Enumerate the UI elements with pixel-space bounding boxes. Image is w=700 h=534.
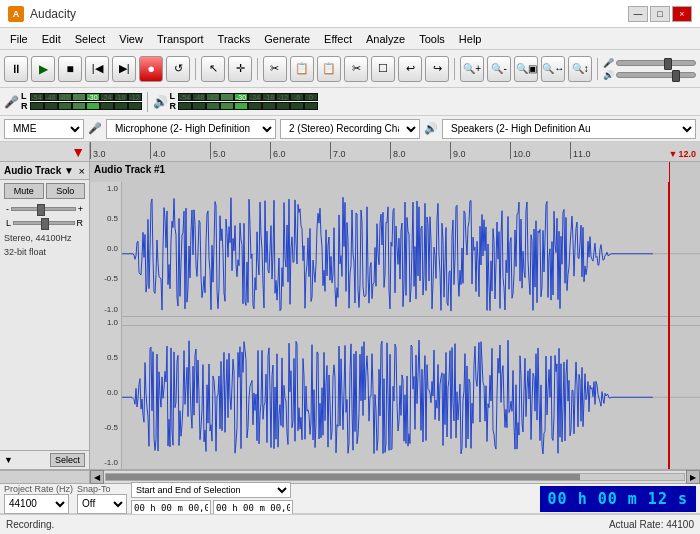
play-button[interactable]: ▶ (31, 56, 55, 82)
toolbar-row1: ⏸ ▶ ■ |◀ ▶| ● ↺ ↖ ✛ ✂ 📋 📋 ✂ ☐ ↩ ↪ 🔍+ 🔍- … (0, 50, 700, 88)
track-panel: Audio Track ▼ × Mute Solo - + L (0, 162, 90, 469)
recording-status: Recording. (6, 519, 54, 530)
minimize-button[interactable]: — (628, 6, 648, 22)
scale-m1.0-bot: -1.0 (104, 458, 118, 467)
stop-button[interactable]: ■ (58, 56, 82, 82)
menu-select[interactable]: Select (69, 31, 112, 47)
ruler-tick-7: 7.0 (330, 142, 390, 159)
scroll-right-button[interactable]: ▶ (686, 470, 700, 484)
output-device-icon: 🔊 (424, 122, 438, 135)
scroll-track[interactable] (105, 473, 685, 481)
track-footer: ▼ Select (0, 450, 89, 469)
menu-generate[interactable]: Generate (258, 31, 316, 47)
input-volume-slider[interactable] (616, 60, 696, 66)
gain-slider[interactable] (11, 207, 76, 211)
pan-l-label: L (6, 218, 11, 228)
output-level-meter: -54 -48 -42 -36 -30 -24 -18 -12 -6 0 (178, 93, 318, 110)
ruler-tick-9: 9.0 (450, 142, 510, 159)
scroll-left-button[interactable]: ◀ (90, 470, 104, 484)
menu-bar: File Edit Select View Transport Tracks G… (0, 28, 700, 50)
track-name[interactable]: Audio Track ▼ (4, 165, 74, 176)
snap-to-select[interactable]: Off (77, 494, 127, 514)
separator1 (195, 58, 196, 80)
h-scrollbar[interactable]: ◀ ▶ (0, 470, 700, 484)
ruler-tick-6: 6.0 (270, 142, 330, 159)
gain-thumb[interactable] (37, 204, 45, 216)
output-volume-slider[interactable] (616, 72, 696, 78)
redo-button[interactable]: ↪ (425, 56, 449, 82)
pause-button[interactable]: ⏸ (4, 56, 28, 82)
maximize-button[interactable]: □ (650, 6, 670, 22)
title-bar: A Audacity — □ × (0, 0, 700, 28)
menu-tracks[interactable]: Tracks (212, 31, 257, 47)
menu-view[interactable]: View (113, 31, 149, 47)
project-rate-select[interactable]: 44100 (4, 494, 69, 514)
collapse-button[interactable]: ▼ (4, 455, 13, 465)
separator4 (597, 58, 598, 80)
waveform-area[interactable]: Audio Track #1 1.0 0.5 0.0 -0.5 -1.0 1.0… (90, 162, 700, 469)
loop-button[interactable]: ↺ (166, 56, 190, 82)
ruler-tick-4: 4.0 (150, 142, 210, 159)
zoom-default-button[interactable]: 🔍↕ (568, 56, 592, 82)
ruler-label-area: ▼ (0, 142, 90, 161)
envelope-tool[interactable]: ✛ (228, 56, 252, 82)
zoom-in-button[interactable]: 🔍+ (460, 56, 484, 82)
mute-solo-row: Mute Solo (0, 180, 89, 202)
select-button[interactable]: Select (50, 453, 85, 467)
gain-minus: - (6, 204, 9, 214)
output-speaker-icon: 🔊 (153, 95, 168, 109)
zoom-out-button[interactable]: 🔍- (487, 56, 511, 82)
menu-help[interactable]: Help (453, 31, 488, 47)
undo-button[interactable]: ↩ (398, 56, 422, 82)
copy-button[interactable]: 📋 (290, 56, 314, 82)
zoom-sel-button[interactable]: 🔍▣ (514, 56, 538, 82)
main-track-area: Audio Track ▼ × Mute Solo - + L (0, 162, 700, 470)
track-close-button[interactable]: × (79, 165, 85, 177)
close-button[interactable]: × (672, 6, 692, 22)
gain-plus: + (78, 204, 83, 214)
menu-file[interactable]: File (4, 31, 34, 47)
waveform-title: Audio Track #1 (94, 164, 165, 175)
mute-button[interactable]: Mute (4, 183, 44, 199)
cut-button[interactable]: ✂ (263, 56, 287, 82)
menu-edit[interactable]: Edit (36, 31, 67, 47)
ruler-tick-10: 10.0 (510, 142, 570, 159)
select-tool[interactable]: ↖ (201, 56, 225, 82)
v-scale-bottom: 1.0 0.5 0.0 -0.5 -1.0 (90, 316, 122, 470)
ruler-ticks: 3.0 4.0 5.0 6.0 7.0 8.0 9.0 10.0 11.0 ▼ … (90, 142, 700, 161)
menu-tools[interactable]: Tools (413, 31, 451, 47)
trim-button[interactable]: ✂ (344, 56, 368, 82)
scale-m1.0-top: -1.0 (104, 305, 118, 314)
menu-analyze[interactable]: Analyze (360, 31, 411, 47)
track-info: Stereo, 44100Hz 32-bit float (0, 230, 89, 261)
volume-controls: 🎤 🔊 (603, 58, 696, 80)
pan-row: L R (0, 216, 89, 230)
solo-button[interactable]: Solo (46, 183, 86, 199)
pan-slider[interactable] (13, 221, 74, 225)
host-select[interactable]: MME (4, 119, 84, 139)
zoom-fit-button[interactable]: 🔍↔ (541, 56, 565, 82)
record-button[interactable]: ● (139, 56, 163, 82)
skip-fwd-button[interactable]: ▶| (112, 56, 136, 82)
device-row: MME 🎤 Microphone (2- High Definition 2 (… (0, 116, 700, 142)
scale-0.0-bot: 0.0 (107, 388, 118, 397)
skip-back-button[interactable]: |◀ (85, 56, 109, 82)
window-controls[interactable]: — □ × (628, 6, 692, 22)
paste-button[interactable]: 📋 (317, 56, 341, 82)
scale-0.5-bot: 0.5 (107, 353, 118, 362)
track-panel-spacer (0, 261, 89, 450)
ruler-tick-8: 8.0 (390, 142, 450, 159)
output-device-select[interactable]: Speakers (2- High Definition Au (442, 119, 696, 139)
pan-r-label: R (77, 218, 84, 228)
menu-effect[interactable]: Effect (318, 31, 358, 47)
end-arrow: ▼ (669, 149, 678, 159)
menu-transport[interactable]: Transport (151, 31, 210, 47)
input-device-select[interactable]: Microphone (2- High Definition (106, 119, 276, 139)
selection-format-select[interactable]: Start and End of Selection (131, 482, 291, 498)
pan-thumb[interactable] (41, 218, 49, 230)
speaker-icon: 🔊 (603, 70, 614, 80)
channel-select[interactable]: 2 (Stereo) Recording Chann (280, 119, 420, 139)
meter-separator (147, 92, 148, 112)
silence-button[interactable]: ☐ (371, 56, 395, 82)
scroll-thumb[interactable] (106, 474, 580, 480)
